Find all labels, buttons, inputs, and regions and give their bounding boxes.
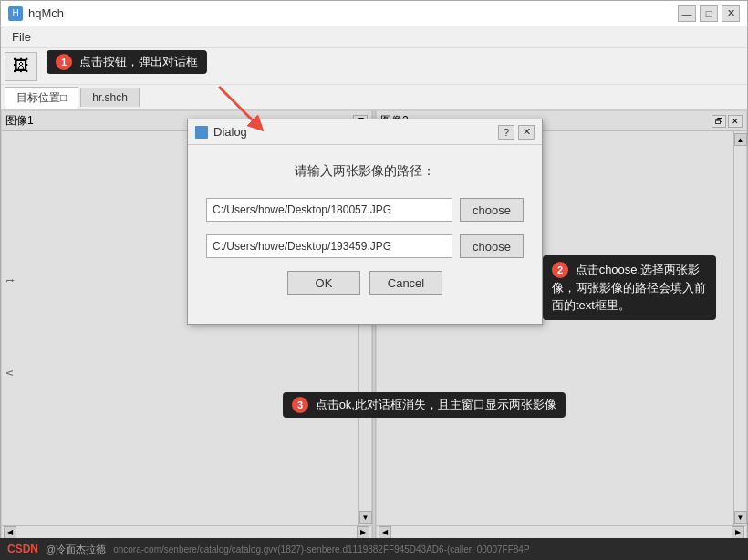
csdn-code: oncora-com/senbere/catalog/catalog.gvv(1… [113, 544, 529, 555]
dialog-footer: OK Cancel [206, 271, 524, 309]
dialog-prompt: 请输入两张影像的路径： [206, 163, 524, 180]
dialog-title-btns: ? ✕ [498, 125, 535, 140]
dialog-choose-btn-2[interactable]: choose [460, 234, 524, 258]
dialog-icon [195, 126, 208, 139]
csdn-logo: CSDN [7, 543, 38, 555]
csdn-bar: CSDN @冷面杰拉德 oncora-com/senbere/catalog/c… [0, 538, 748, 560]
annotation-2-text: 点击choose,选择两张影像，两张影像的路径会填入前面的text框里。 [552, 263, 706, 312]
dialog-help-btn[interactable]: ? [498, 125, 514, 140]
svg-line-1 [219, 87, 258, 126]
annotation-3-text: 点击ok,此对话框消失，且主窗口显示两张影像 [316, 398, 556, 411]
dialog: Dialog ? ✕ 请输入两张影像的路径： choose choose OK [187, 119, 543, 325]
arrow-container [214, 82, 269, 140]
dialog-choose-btn-1[interactable]: choose [460, 198, 524, 222]
annotation-3: 3 点击ok,此对话框消失，且主窗口显示两张影像 [283, 392, 566, 418]
dialog-overlay: Dialog ? ✕ 请输入两张影像的路径： choose choose OK [0, 0, 748, 560]
dialog-row-2: choose [206, 234, 524, 258]
csdn-author: @冷面杰拉德 [46, 543, 106, 556]
dialog-row-1: choose [206, 198, 524, 222]
dialog-input-2[interactable] [206, 234, 452, 258]
dialog-input-1[interactable] [206, 198, 452, 222]
annotation-2: 2 点击choose,选择两张影像，两张影像的路径会填入前面的text框里。 [543, 255, 716, 320]
red-arrow-icon [214, 82, 269, 137]
dialog-ok-btn[interactable]: OK [287, 271, 360, 295]
annotation-badge-3: 3 [292, 397, 308, 413]
dialog-cancel-btn[interactable]: Cancel [369, 271, 442, 295]
dialog-close-btn[interactable]: ✕ [518, 125, 535, 140]
annotation-badge-2: 2 [552, 262, 568, 278]
dialog-body: 请输入两张影像的路径： choose choose OK Cancel [188, 145, 542, 324]
